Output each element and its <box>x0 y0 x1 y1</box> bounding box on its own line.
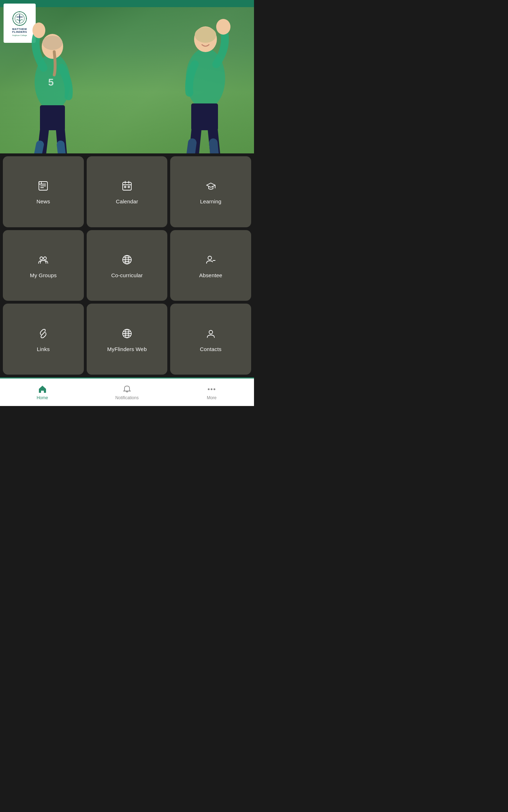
myflinders-web-icon <box>121 328 133 341</box>
svg-point-30 <box>40 257 43 260</box>
nav-more-label: More <box>207 395 217 400</box>
nav-home-label: Home <box>37 395 48 400</box>
calendar-icon <box>121 180 133 193</box>
hero-players: 5 <box>0 0 254 153</box>
nav-home[interactable]: Home <box>0 379 85 406</box>
learning-button[interactable]: Learning <box>170 156 251 227</box>
absentee-icon <box>205 254 217 267</box>
player-right <box>170 4 241 153</box>
links-button[interactable]: Links <box>3 304 84 375</box>
svg-text:5: 5 <box>48 77 54 88</box>
calendar-button[interactable]: Calendar <box>87 156 168 227</box>
svg-rect-28 <box>125 186 126 188</box>
nav-more[interactable]: More <box>169 379 254 406</box>
svg-point-31 <box>44 257 46 260</box>
svg-line-37 <box>42 333 44 335</box>
links-icon <box>37 328 49 341</box>
news-label: News <box>36 198 50 204</box>
svg-rect-24 <box>123 182 131 190</box>
links-label: Links <box>37 346 50 352</box>
news-button[interactable]: News <box>3 156 84 227</box>
co-curricular-button[interactable]: Co-curricular <box>87 230 168 301</box>
co-curricular-label: Co-curricular <box>111 272 143 278</box>
svg-point-35 <box>208 256 212 260</box>
svg-point-44 <box>211 388 213 390</box>
more-icon <box>207 385 216 394</box>
calendar-label: Calendar <box>116 198 138 204</box>
menu-grid: News Calendar Learning <box>0 153 254 377</box>
player-left: 5 <box>20 11 85 153</box>
myflinders-web-button[interactable]: MyFlinders Web <box>87 304 168 375</box>
absentee-label: Absentee <box>199 272 222 278</box>
nav-notifications-label: Notifications <box>115 395 138 400</box>
home-icon <box>38 385 47 394</box>
notifications-icon <box>122 385 132 394</box>
co-curricular-icon <box>121 254 133 267</box>
bottom-nav: Home Notifications More <box>0 377 254 406</box>
svg-point-45 <box>214 388 215 390</box>
svg-point-11 <box>32 22 45 38</box>
svg-rect-29 <box>128 186 129 188</box>
my-groups-icon <box>37 254 49 267</box>
svg-point-43 <box>208 388 210 390</box>
absentee-button[interactable]: Absentee <box>170 230 251 301</box>
hero-banner: MATTHEW FLINDERS Anglican College 5 <box>0 0 254 153</box>
myflinders-web-label: MyFlinders Web <box>107 346 147 352</box>
contacts-button[interactable]: Contacts <box>170 304 251 375</box>
svg-point-10 <box>42 36 62 50</box>
svg-point-17 <box>216 19 230 35</box>
learning-label: Learning <box>200 198 222 204</box>
learning-icon <box>205 180 217 193</box>
my-groups-button[interactable]: My Groups <box>3 230 84 301</box>
svg-point-16 <box>195 27 216 43</box>
svg-point-41 <box>209 330 213 334</box>
nav-notifications[interactable]: Notifications <box>85 379 169 406</box>
contacts-icon <box>205 328 217 341</box>
my-groups-label: My Groups <box>30 272 57 278</box>
news-icon <box>37 180 49 193</box>
contacts-label: Contacts <box>200 346 222 352</box>
